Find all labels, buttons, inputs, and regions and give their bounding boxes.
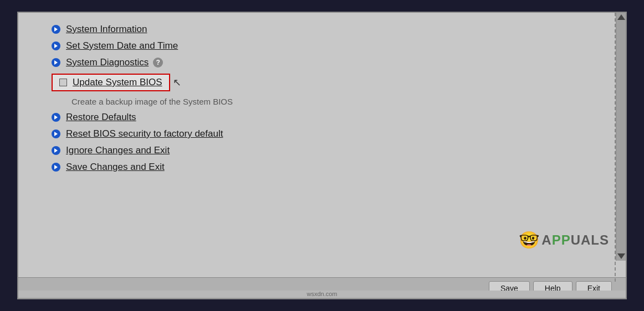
sidebar-item-reset-bios-security[interactable]: Reset BIOS security to factory default (52, 128, 604, 139)
appuals-logo-text: APPUALS (541, 232, 609, 248)
menu-label: Save Changes and Exit (66, 162, 165, 173)
bullet-icon (52, 129, 60, 138)
bullet-icon (52, 113, 60, 122)
scroll-up-arrow[interactable] (617, 14, 625, 20)
menu-label: Update System BIOS (73, 77, 162, 88)
bullet-icon (52, 25, 60, 34)
bullet-icon (52, 58, 60, 67)
sidebar-item-restore-defaults[interactable]: Restore Defaults (52, 112, 604, 123)
cursor-icon: ↖ (173, 76, 181, 89)
bullet-icon (52, 146, 60, 155)
sidebar-item-save-changes-exit[interactable]: Save Changes and Exit (52, 162, 604, 173)
appuals-watermark: 🤓 APPUALS (519, 230, 609, 250)
sidebar-item-ignore-changes-exit[interactable]: Ignore Changes and Exit (52, 145, 604, 156)
watermark: wsxdn.com (18, 291, 626, 297)
menu-label: Set System Date and Time (66, 40, 178, 51)
backup-subtext: Create a backup image of the System BIOS (71, 97, 604, 106)
menu-label: System Diagnostics (66, 57, 149, 68)
menu-label: Reset BIOS security to factory default (66, 128, 223, 139)
main-content: System Information Set System Date and T… (18, 13, 626, 277)
menu-label: Ignore Changes and Exit (66, 145, 170, 156)
checkbox-icon (59, 79, 67, 86)
sidebar-item-system-information[interactable]: System Information (52, 24, 604, 35)
sidebar-item-set-system-date-time[interactable]: Set System Date and Time (52, 40, 604, 51)
selected-box: Update System BIOS (52, 74, 170, 91)
help-icon[interactable]: ? (153, 58, 163, 68)
sidebar-item-system-diagnostics[interactable]: System Diagnostics ? (52, 57, 604, 68)
bullet-icon (52, 163, 60, 172)
bios-screen: System Information Set System Date and T… (17, 12, 627, 299)
menu-label: System Information (66, 24, 147, 35)
menu-label: Restore Defaults (66, 112, 136, 123)
bullet-icon (52, 42, 60, 50)
sidebar-item-update-system-bios[interactable]: Update System BIOS ↖ (52, 74, 604, 91)
scrollbar[interactable] (616, 13, 626, 261)
logo-character: 🤓 (519, 230, 539, 250)
scroll-down-arrow[interactable] (617, 253, 625, 259)
